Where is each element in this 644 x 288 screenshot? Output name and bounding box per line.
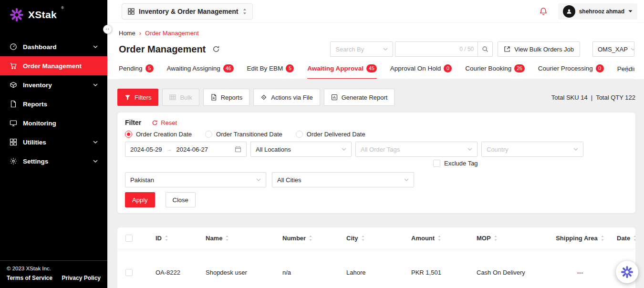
box-icon xyxy=(10,81,17,89)
row-checkbox[interactable] xyxy=(125,269,133,276)
locations-select[interactable]: All Locations xyxy=(250,142,352,157)
search-icon xyxy=(482,46,488,52)
oms-select-value: OMS_XAP xyxy=(598,46,628,53)
apply-button[interactable]: Apply xyxy=(125,192,155,207)
order-tags-select[interactable]: All Order Tags xyxy=(355,142,478,157)
tab-awaiting-assigning[interactable]: Awaiting Assigning 46 xyxy=(167,64,234,79)
radio-label: Order Creation Date xyxy=(136,131,192,138)
app-switcher-button[interactable]: Inventory & Order Management xyxy=(122,3,253,20)
country-filter-select[interactable]: Country xyxy=(481,142,583,157)
column-header-city[interactable]: City xyxy=(346,235,411,242)
cities-select[interactable]: All Cities xyxy=(272,172,414,187)
radio-dot xyxy=(205,131,212,138)
terms-of-service-link[interactable]: Terms of Service xyxy=(7,275,52,281)
close-button[interactable]: Close xyxy=(166,192,196,207)
sidebar-item-order-management[interactable]: Order Management xyxy=(0,56,107,75)
radio-label: Order Transitioned Date xyxy=(216,131,282,138)
sort-icon xyxy=(633,235,635,241)
order-tags-placeholder: All Order Tags xyxy=(361,146,400,153)
column-header-number[interactable]: Number xyxy=(282,235,346,242)
exclude-tag-checkbox[interactable]: Exclude Tag xyxy=(433,160,478,167)
oms-select[interactable]: OMS_XAP xyxy=(592,41,634,57)
topbar-right: shehrooz ahmad xyxy=(539,3,637,20)
tab-courier-processing[interactable]: Courier Processing 0 xyxy=(538,64,604,79)
breadcrumb-home[interactable]: Home xyxy=(119,30,135,37)
tab-count-badge: 46 xyxy=(223,64,234,72)
xstak-logo-icon xyxy=(10,8,24,22)
search-by-select[interactable]: Search By xyxy=(330,41,393,57)
notification-bell-icon[interactable] xyxy=(539,7,548,16)
radio-order-delivered-date[interactable]: Order Delivered Date xyxy=(296,131,365,138)
column-header-mop[interactable]: MOP xyxy=(477,235,547,242)
chevron-down-icon xyxy=(93,141,98,144)
user-menu[interactable]: shehrooz ahmad xyxy=(558,3,637,20)
cell-mop: Cash On Delivery xyxy=(477,269,547,276)
view-bulk-orders-job-button[interactable]: View Bulk Orders Job xyxy=(498,41,580,57)
sidebar-item-inventory[interactable]: Inventory xyxy=(0,75,107,94)
tab-label: Courier Booking xyxy=(465,65,511,72)
sidebar-item-settings[interactable]: Settings xyxy=(0,152,107,171)
content-area: Filters Bulk Reports Actions via File Ge… xyxy=(107,79,644,288)
sidebar-item-monitoring[interactable]: Monitoring xyxy=(0,113,107,133)
tab-edit-by-ebm[interactable]: Edit By EBM 5 xyxy=(247,64,294,79)
filters-button[interactable]: Filters xyxy=(117,89,158,106)
reports-button-label: Reports xyxy=(221,94,243,101)
logo[interactable]: XStak ® xyxy=(0,0,107,30)
column-header-date[interactable]: Date xyxy=(617,235,635,242)
copyright-text: © 2023 XStak Inc. xyxy=(7,266,101,271)
select-all-checkbox[interactable] xyxy=(125,235,133,242)
bulk-button[interactable]: Bulk xyxy=(162,89,199,106)
actions-via-file-button[interactable]: Actions via File xyxy=(253,89,320,106)
column-header-name[interactable]: Name xyxy=(206,235,282,242)
privacy-policy-link[interactable]: Privacy Policy xyxy=(62,275,101,281)
file-icon xyxy=(10,100,17,108)
sidebar-item-utilities[interactable]: Utilities xyxy=(0,133,107,152)
sort-icon xyxy=(361,235,365,241)
filter-funnel-icon xyxy=(125,94,131,101)
column-header-amount[interactable]: Amount xyxy=(411,235,477,242)
sidebar-collapse-button[interactable]: ‹› xyxy=(103,25,112,34)
reset-button[interactable]: Reset xyxy=(152,119,177,126)
tab-label: Approval On Hold xyxy=(390,65,441,72)
chat-widget-button[interactable] xyxy=(616,261,638,283)
sidebar-item-dashboard[interactable]: Dashboard xyxy=(0,37,107,56)
column-header-id[interactable]: ID xyxy=(156,235,206,242)
radio-order-creation-date[interactable]: Order Creation Date xyxy=(125,131,192,138)
generate-report-button[interactable]: Generate Report xyxy=(324,89,395,106)
column-header-shipping-area[interactable]: Shipping Area xyxy=(547,235,617,242)
sidebar-item-reports[interactable]: Reports xyxy=(0,94,107,113)
filter-panel-title: Filter xyxy=(125,119,141,126)
page-head: Home › Order Management Order Management… xyxy=(107,23,644,79)
checkbox-box xyxy=(433,160,440,167)
topbar: Inventory & Order Management shehrooz ah… xyxy=(107,0,644,23)
tab-label: Awaiting Approval xyxy=(307,65,364,72)
refresh-icon[interactable] xyxy=(212,45,220,53)
tab-courier-booking[interactable]: Courier Booking 26 xyxy=(465,64,525,79)
date-type-radio-group: Order Creation Date Order Transitioned D… xyxy=(125,131,628,138)
chevron-down-icon xyxy=(573,148,578,151)
cell-shipping-area: --- xyxy=(547,269,617,276)
breadcrumb: Home › Order Management xyxy=(119,30,634,37)
search-input-wrap: 0 / 50 xyxy=(395,41,478,57)
table-row[interactable]: OA-8222 Shopdesk user n/a Lahore PKR 1,5… xyxy=(117,249,635,288)
tab-approval-on-hold[interactable]: Approval On Hold 0 xyxy=(390,64,452,79)
search-input[interactable] xyxy=(399,46,459,53)
reports-button[interactable]: Reports xyxy=(203,89,250,106)
avatar xyxy=(563,5,575,18)
tab-pending[interactable]: Pending 5 xyxy=(119,64,154,79)
date-range-picker[interactable]: 2024-05-29 → 2024-06-27 xyxy=(125,142,247,157)
sidebar-item-label: Utilities xyxy=(23,139,46,146)
toolbar: Filters Bulk Reports Actions via File Ge… xyxy=(117,89,635,106)
radio-order-transitioned-date[interactable]: Order Transitioned Date xyxy=(205,131,282,138)
calendar-icon xyxy=(235,146,241,153)
search-counter: 0 / 50 xyxy=(459,46,474,52)
totals-separator: | xyxy=(591,94,592,101)
search-button[interactable] xyxy=(478,41,493,57)
chevron-down-icon xyxy=(404,178,409,181)
tabs-more-icon[interactable]: ⋮ xyxy=(623,65,631,73)
title-row: Order Management Search By 0 / 50 xyxy=(119,41,634,57)
country-select[interactable]: Pakistan xyxy=(125,172,266,187)
tab-awaiting-approval[interactable]: Awaiting Approval 45 xyxy=(307,64,376,79)
tab-label: Courier Processing xyxy=(538,65,593,72)
breadcrumb-current[interactable]: Order Management xyxy=(145,30,199,37)
